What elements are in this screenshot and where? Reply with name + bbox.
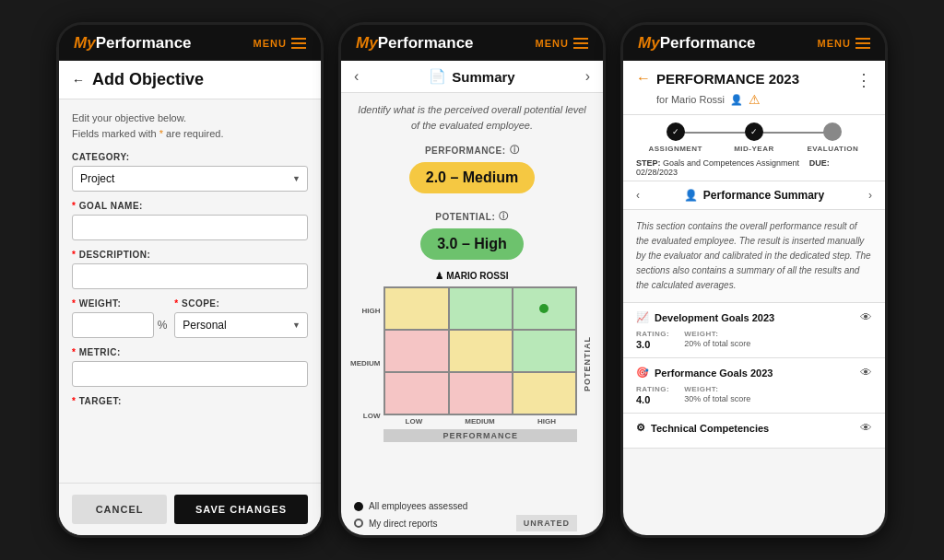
- legend-direct-reports: My direct reports: [354, 519, 437, 529]
- cell-medium-high: [450, 288, 512, 329]
- hamburger-icon-2: [573, 38, 588, 49]
- goal-title-1: 📈 Development Goals 2023: [636, 311, 774, 323]
- app-logo-3: MyPerformance: [638, 34, 756, 52]
- goal-icon-3: ⚙: [636, 422, 645, 434]
- category-field: CATEGORY: Project: [72, 152, 308, 192]
- potential-section: POTENTIAL: ⓘ 3.0 – High: [341, 204, 603, 265]
- perf-header-3: ← PERFORMANCE 2023 ⋮ for Mario Rossi 👤 ⚠: [623, 61, 885, 115]
- save-button[interactable]: SAVE CHANGES: [174, 495, 308, 524]
- description-input[interactable]: [72, 263, 308, 289]
- screen3-content: ← PERFORMANCE 2023 ⋮ for Mario Rossi 👤 ⚠…: [623, 61, 885, 535]
- perf-subtitle: for Mario Rossi 👤 ⚠: [636, 92, 872, 107]
- metric-input[interactable]: [72, 361, 308, 387]
- rating-value-2: 4.0: [636, 394, 669, 405]
- goal-name-input[interactable]: [72, 215, 308, 240]
- potential-label: POTENTIAL: ⓘ: [356, 210, 588, 223]
- eye-icon-1[interactable]: 👁: [860, 310, 872, 324]
- screen2-content: ‹ 📄 Summary › Identify what is the perce…: [341, 61, 603, 535]
- rating-label-1: RATING:: [636, 330, 669, 338]
- x-axis-labels: LOW MEDIUM HIGH: [384, 415, 577, 427]
- matrix-full-wrapper: HIGH MEDIUM LOW: [350, 285, 594, 442]
- page-title-1: Add Objective: [92, 70, 204, 89]
- potential-info-icon[interactable]: ⓘ: [499, 210, 509, 223]
- goal-card-header-3: ⚙ Technical Competencies 👁: [636, 421, 872, 435]
- nav-left-arrow[interactable]: ‹: [354, 68, 359, 85]
- matrix-grid-outer: LOW MEDIUM HIGH PERFORMANCE: [384, 285, 577, 442]
- scope-label: * SCOPE:: [174, 298, 308, 309]
- performance-info-icon[interactable]: ⓘ: [510, 144, 520, 157]
- section-left-chevron[interactable]: ‹: [636, 189, 640, 202]
- section-icon: 👤: [684, 189, 698, 202]
- rating-label-2: RATING:: [636, 385, 669, 393]
- target-label: * TARGET:: [72, 396, 308, 406]
- y-axis-label: POTENTIAL: [581, 336, 594, 391]
- goal-metrics-1: RATING: 3.0 WEIGHT: 20% of total score: [636, 330, 872, 350]
- goal-card-header-2: 🎯 Performance Goals 2023 👁: [636, 366, 872, 379]
- step-label-evaluation: EVALUATION: [807, 145, 858, 153]
- y-low: LOW: [363, 412, 381, 420]
- summary-nav: ‹ 📄 Summary ›: [341, 61, 603, 93]
- cell-medium-medium: [450, 331, 512, 371]
- weight-input[interactable]: [72, 312, 154, 338]
- cell-high-medium: [513, 331, 575, 371]
- section-right-chevron[interactable]: ›: [868, 189, 872, 202]
- cell-low-low: [385, 373, 447, 414]
- legend-dot-empty: [354, 519, 363, 528]
- menu-button-1[interactable]: MENU: [254, 38, 306, 49]
- description-field: * DESCRIPTION:: [72, 250, 308, 289]
- menu-button-2[interactable]: MENU: [536, 38, 588, 49]
- logo-my-3: My: [638, 34, 660, 52]
- eye-icon-2[interactable]: 👁: [860, 366, 872, 379]
- screen1-content: ← Add Objective Edit your objective belo…: [59, 61, 321, 535]
- matrix-grid: [384, 286, 577, 415]
- legend-bottom: My direct reports UNRATED: [354, 515, 590, 531]
- app-logo-1: MyPerformance: [74, 34, 192, 52]
- step-info-value: Goals and Competences Assignment: [663, 158, 799, 168]
- x-high: HIGH: [537, 417, 556, 426]
- cell-low-medium: [385, 331, 447, 371]
- stepper-row: ✓ ASSIGNMENT ✓ MID-YEAR EVALUATION: [636, 122, 872, 153]
- y-medium: MEDIUM: [350, 359, 380, 368]
- scope-select[interactable]: Personal: [174, 312, 308, 338]
- metric-rating-1: RATING: 3.0: [636, 330, 669, 350]
- phone-screen-2: MyPerformance MENU ‹ 📄 Summary › Identif…: [338, 22, 606, 538]
- performance-section: PERFORMANCE: ⓘ 2.0 – Medium: [341, 138, 603, 204]
- perf-section-header: ‹ 👤 Performance Summary ›: [623, 181, 885, 210]
- goal-icon-1: 📈: [636, 311, 649, 323]
- scope-select-wrapper: Personal: [174, 312, 308, 338]
- matrix-section: ♟ MARIO ROSSI HIGH MEDIUM LOW: [341, 265, 603, 494]
- mario-label: ♟ MARIO ROSSI: [350, 271, 594, 281]
- back-arrow-icon-1[interactable]: ←: [72, 73, 85, 88]
- goal-card-header-1: 📈 Development Goals 2023 👁: [636, 310, 872, 324]
- scope-group: * SCOPE: Personal: [174, 298, 308, 338]
- x-axis-label: PERFORMANCE: [384, 429, 577, 442]
- step-assignment: ✓ ASSIGNMENT: [636, 122, 714, 153]
- weight-metric-label-1: WEIGHT:: [684, 330, 750, 338]
- eye-icon-3[interactable]: 👁: [860, 421, 872, 435]
- nav-right-arrow[interactable]: ›: [585, 68, 590, 85]
- metric-weight-1: WEIGHT: 20% of total score: [684, 330, 750, 350]
- back-arrow-icon-3[interactable]: ←: [636, 70, 651, 87]
- person-icon: 👤: [730, 94, 743, 106]
- weight-metric-value-1: 20% of total score: [684, 339, 750, 348]
- weight-field-wrapper: %: [72, 312, 167, 338]
- category-label: CATEGORY:: [72, 152, 308, 162]
- goal-name-label: * GOAL NAME:: [72, 201, 308, 211]
- app-header-2: MyPerformance MENU: [341, 25, 603, 61]
- category-select[interactable]: Project: [72, 166, 308, 192]
- mario-dot: [539, 304, 549, 313]
- goal-card-technical: ⚙ Technical Competencies 👁: [623, 414, 885, 449]
- three-dots-menu[interactable]: ⋮: [856, 70, 872, 90]
- due-label: DUE:: [809, 158, 830, 168]
- y-level-labels: HIGH MEDIUM LOW: [350, 285, 380, 442]
- step-circle-midyear: ✓: [745, 122, 763, 141]
- stepper-section: ✓ ASSIGNMENT ✓ MID-YEAR EVALUATION STEP:…: [623, 115, 885, 181]
- cell-medium-low: [450, 373, 512, 414]
- menu-button-3[interactable]: MENU: [818, 38, 870, 49]
- cancel-button[interactable]: CANCEL: [72, 495, 167, 524]
- step-circle-evaluation: [823, 122, 842, 141]
- step-label-midyear: MID-YEAR: [734, 145, 774, 153]
- phone-screen-1: MyPerformance MENU ← Add Objective Edit …: [56, 22, 324, 538]
- due-value: 02/28/2023: [636, 168, 678, 177]
- step-circle-assignment: ✓: [667, 122, 685, 141]
